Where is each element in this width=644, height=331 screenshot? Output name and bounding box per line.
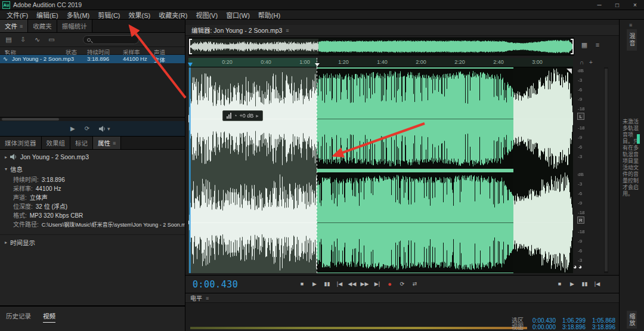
stop-button[interactable]: ■ [296,279,308,290]
waveform-canvas[interactable] [188,67,573,273]
play-button[interactable]: ▶ [566,279,578,290]
panel-menu-icon[interactable]: ≡ [113,140,116,146]
stop-button[interactable]: ■ [554,279,565,290]
file-channels: 立体 [154,55,165,64]
import-file-icon[interactable]: ⇩ [18,36,27,44]
chevron-right-icon: ▸ [5,240,7,245]
volume-hud[interactable]: ◔ +0 dB ▸ [222,110,263,121]
prop-bitdepth: 位深度:32 位 (浮点) [0,202,185,211]
zoom-in-button[interactable]: ◕ [578,263,584,270]
panel-menu-icon[interactable]: ≡ [593,41,602,51]
minimize-icon[interactable]: ─ [590,0,608,10]
levels-tab[interactable]: 电平 ≡ [185,293,619,303]
db-scale-label: -3 [578,78,582,83]
menu-edit[interactable]: 编辑(E) [32,10,63,19]
selection-end[interactable]: 1:06.299 [557,317,586,324]
tab-properties-label: 属性 [98,138,110,147]
preview-transport: ▶ ⟳ ▾ [0,121,185,136]
menu-view[interactable]: 视图(V) [191,10,222,19]
panel-menu-icon[interactable]: ≡ [206,295,209,301]
time-display[interactable]: 0:00.430 [193,279,238,290]
tab-zoom[interactable]: 缩放 [627,311,637,329]
search-icon [87,38,91,42]
view-start[interactable]: 0:00.000 [527,324,556,330]
info-header-label: 信息 [10,165,23,174]
hud-db-value[interactable]: +0 dB [239,113,253,119]
tab-markers[interactable]: 标记 [70,137,93,149]
preview-volume-button[interactable]: ▾ [99,126,110,132]
menu-effects[interactable]: 效果(S) [125,10,155,19]
scrollbar-thumb[interactable] [2,118,59,120]
pause-button[interactable]: ▮▮ [579,279,590,290]
maximize-icon[interactable]: □ [608,0,626,10]
move-to-next-button[interactable]: ▶| [371,279,383,290]
trash-icon[interactable]: ▭ [47,36,56,44]
tab-properties[interactable]: 属性 ≡ [93,137,121,149]
play-button[interactable]: ▶ [309,279,320,290]
panel-menu-icon[interactable]: ≡ [286,27,289,33]
menu-clip[interactable]: 剪辑(C) [94,10,124,19]
tab-amplitude-statistics[interactable]: 振幅统计 [57,20,92,32]
chevron-right-icon[interactable]: ▸ [5,154,7,160]
menu-multitrack[interactable]: 多轨(M) [63,10,94,19]
loop-playback-button[interactable]: ⟳ [397,279,408,290]
tab-files-label: 文件 [5,21,17,30]
spectral-display-icon[interactable]: ▦ [580,41,589,51]
search-input[interactable] [93,37,135,43]
vertical-scrollbar[interactable] [604,67,608,273]
close-icon[interactable]: × [626,0,644,10]
timeline-tick: 2:00 [411,59,431,65]
panel-menu-icon[interactable]: ≡ [20,23,23,29]
menu-file[interactable]: 文件(F) [2,10,32,19]
channel-badge[interactable]: L [577,113,584,120]
zoom-out-button[interactable]: ◕ [573,263,578,270]
search-box[interactable] [83,35,139,44]
audition-app-icon: Au [2,1,10,9]
tab-effects-rack[interactable]: 效果组 [42,137,71,149]
selection-duration[interactable]: 1:05.868 [587,317,615,324]
view-duration[interactable]: 3:18.896 [587,324,615,330]
rewind-button[interactable]: ◀◀ [346,279,358,290]
selection-edge-marker[interactable] [317,58,317,67]
file-row[interactable]: ∿ Jon Young - 2 Soon.mp3 3:18.896 44100 … [0,55,185,63]
panel-menu-icon[interactable]: ≡ [629,22,632,28]
corner-grip-icon[interactable] [566,69,572,74]
tab-video[interactable]: 视频 [43,311,55,323]
preview-play-button[interactable]: ▶ [70,125,75,132]
new-file-icon[interactable]: ▤ [4,36,13,44]
overview-waveform-canvas[interactable] [189,39,574,54]
volume-indicator [637,134,640,144]
tab-favorites[interactable]: 收藏夹 [28,20,57,32]
timeline-ruler[interactable]: 0:20 0:40 1:00 1:20 1:40 2:00 2:20 2:40 … [188,58,573,67]
insert-into-multitrack-icon[interactable]: ∿ [33,36,42,44]
record-button[interactable]: ● [384,279,395,290]
overview-strip[interactable] [188,38,574,55]
tab-media-browser[interactable]: 媒体浏览器 [0,137,42,149]
menu-help[interactable]: 帮助(H) [254,10,284,19]
menu-favorites[interactable]: 收藏夹(R) [154,10,191,19]
file-duration: 3:18.896 [87,55,109,62]
move-to-previous-button[interactable]: |◀ [592,279,603,290]
channel-badge[interactable]: R [577,216,584,224]
view-end[interactable]: 3:18.896 [557,324,586,330]
waveform-display[interactable]: ◔ +0 dB ▸ [188,67,573,273]
tab-mixer[interactable]: 混音 [627,29,637,51]
file-list: ∿ Jon Young - 2 Soon.mp3 3:18.896 44100 … [0,55,185,117]
pause-button[interactable]: ▮▮ [321,279,333,290]
time-display-section-header[interactable]: ▸ 时间显示 [0,234,185,249]
add-marker-icon[interactable]: + [589,59,593,66]
horizontal-scrollbar[interactable] [0,117,185,121]
playhead-marker[interactable] [188,63,193,67]
preview-loop-button[interactable]: ⟳ [85,125,89,132]
tab-files[interactable]: 文件 ≡ [0,20,28,32]
info-section-header[interactable]: ▾ 信息 [0,162,185,175]
fast-forward-button[interactable]: ▶▶ [359,279,370,290]
move-to-previous-button[interactable]: |◀ [334,279,345,290]
tab-history[interactable]: 历史记录 [6,311,31,323]
left-panel: 文件 ≡ 收藏夹 振幅统计 ▤ ⇩ ∿ ▭ 名称 ▾ 状态 持续时间 采样率 [0,20,185,331]
selection-start[interactable]: 0:00.430 [527,317,556,324]
skip-selection-button[interactable]: ⇄ [409,279,420,290]
menu-window[interactable]: 窗口(W) [222,10,254,19]
monitor-icon[interactable]: ∩ [580,59,584,66]
editor-tab[interactable]: 编辑器: Jon Young - 2 Soon.mp3 ≡ [185,25,619,36]
